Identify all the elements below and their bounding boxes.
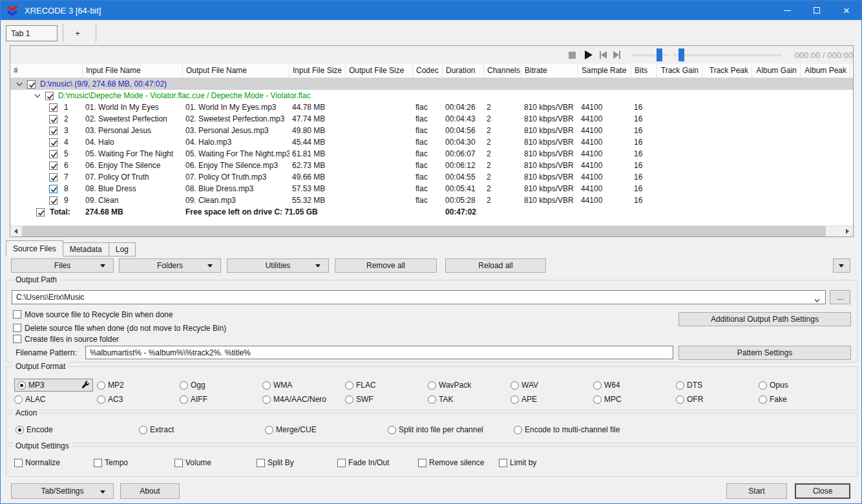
format-radio[interactable] xyxy=(180,381,188,390)
format-option-wavpack[interactable]: WavPack xyxy=(428,381,510,390)
toolbar-button-utilities[interactable]: Utilities xyxy=(227,258,329,273)
stop-button[interactable] xyxy=(567,48,578,61)
format-radio[interactable] xyxy=(759,395,767,404)
output-path-combobox[interactable]: C:\Users\Erix\Music xyxy=(12,290,826,304)
toolbar-button-remove-all[interactable]: Remove all xyxy=(335,258,437,273)
column-header-output-file-name[interactable]: Output File Name xyxy=(183,64,289,78)
column-header-bitrate[interactable]: Bitrate xyxy=(521,64,578,78)
view-tab-log[interactable]: Log xyxy=(109,242,136,257)
format-option-ac3[interactable]: AC3 xyxy=(97,395,180,404)
track-checkbox[interactable] xyxy=(49,127,58,135)
track-row[interactable]: 909. Clean09. Clean.mp355.32 MBflac00:05… xyxy=(10,194,853,206)
format-option-aiff[interactable]: AIFF xyxy=(180,395,262,404)
format-radio[interactable] xyxy=(262,381,271,390)
format-option-ofr[interactable]: OFR xyxy=(676,395,759,404)
format-option-mp2[interactable]: MP2 xyxy=(97,381,180,390)
column-header-channels[interactable]: Channels xyxy=(484,64,521,78)
column-header-codec[interactable]: Codec xyxy=(413,64,443,78)
minimize-button[interactable] xyxy=(772,1,802,20)
chevron-down-icon[interactable] xyxy=(16,80,23,88)
format-option-ape[interactable]: APE xyxy=(510,395,593,404)
action-option-extract[interactable]: Extract xyxy=(139,425,265,434)
toolbar-button-folders[interactable]: Folders xyxy=(119,258,221,273)
format-option-flac[interactable]: FLAC xyxy=(345,381,428,390)
start-button[interactable]: Start xyxy=(726,483,787,499)
setting-option-tempo[interactable]: Tempo xyxy=(94,458,174,467)
action-radio[interactable] xyxy=(388,426,396,434)
option-checkbox[interactable] xyxy=(13,310,21,319)
toolbar-button-files[interactable]: Files xyxy=(11,258,114,273)
scroll-right-button[interactable] xyxy=(842,226,853,236)
action-option-split-into-file-per-channel[interactable]: Split into file per channel xyxy=(388,425,514,434)
track-row[interactable]: 606. Enjoy The Silence06. Enjoy The Sile… xyxy=(10,160,853,171)
track-row[interactable]: 808. Blue Dress08. Blue Dress.mp357.53 M… xyxy=(10,183,853,194)
format-radio[interactable] xyxy=(345,381,353,390)
format-radio[interactable] xyxy=(262,395,271,404)
format-radio[interactable] xyxy=(345,395,353,404)
format-radio[interactable] xyxy=(676,395,684,404)
format-radio[interactable] xyxy=(14,395,23,404)
format-option-mp3[interactable]: MP3 xyxy=(14,379,97,392)
column-header-input-file-name[interactable]: Input File Name xyxy=(83,64,183,78)
column-header-sample-rate[interactable]: Sample Rate xyxy=(578,64,631,78)
about-button[interactable]: About xyxy=(120,483,180,499)
additional-output-path-settings-button[interactable]: Additional Output Path Settings xyxy=(678,312,851,326)
format-radio[interactable] xyxy=(510,395,519,404)
option-checkbox[interactable] xyxy=(13,324,21,332)
format-radio[interactable] xyxy=(17,381,26,390)
combo-chevron-icon[interactable] xyxy=(814,296,819,301)
volume-slider[interactable] xyxy=(633,48,668,61)
format-option-dts[interactable]: DTS xyxy=(676,381,759,390)
format-option-wma[interactable]: WMA xyxy=(262,381,345,390)
more-options-dropdown-button[interactable] xyxy=(833,258,850,273)
browse-output-path-button[interactable]: ... xyxy=(830,290,850,304)
track-row[interactable]: 707. Policy Of Truth07. Policy Of Truth.… xyxy=(10,171,853,183)
column-header--[interactable]: # xyxy=(10,64,83,78)
format-radio[interactable] xyxy=(593,395,602,404)
format-option-m4a-aac-nero[interactable]: M4A/AAC/Nero xyxy=(262,395,345,404)
setting-checkbox[interactable] xyxy=(337,459,346,467)
format-radio[interactable] xyxy=(428,381,436,390)
format-option-wav[interactable]: WAV xyxy=(510,381,593,390)
cue-checkbox[interactable] xyxy=(45,92,54,100)
format-option-ogg[interactable]: Ogg xyxy=(180,381,262,390)
seek-slider-handle[interactable] xyxy=(678,48,684,61)
maximize-button[interactable] xyxy=(802,1,832,20)
pattern-settings-button[interactable]: Pattern Settings xyxy=(678,346,851,360)
action-option-merge-cue[interactable]: Merge/CUE xyxy=(265,425,388,434)
column-header-track-gain[interactable]: Track Gain xyxy=(657,64,702,78)
total-checkbox[interactable] xyxy=(36,208,45,216)
seek-slider[interactable] xyxy=(673,48,781,61)
track-checkbox[interactable] xyxy=(49,115,58,123)
setting-checkbox[interactable] xyxy=(499,459,507,467)
format-option-alac[interactable]: ALAC xyxy=(14,395,97,404)
next-track-button[interactable] xyxy=(611,48,622,61)
action-radio[interactable] xyxy=(139,426,147,434)
view-tab-source-files[interactable]: Source Files xyxy=(6,240,63,257)
column-header-track-peak[interactable]: Track Peak xyxy=(702,64,752,78)
track-checkbox[interactable] xyxy=(49,196,58,205)
action-option-encode-to-multi-channel-file[interactable]: Encode to multi-channel file xyxy=(514,425,682,434)
format-radio[interactable] xyxy=(97,395,105,404)
track-checkbox[interactable] xyxy=(49,138,58,147)
horizontal-scrollbar[interactable] xyxy=(10,226,853,236)
track-checkbox[interactable] xyxy=(49,173,58,182)
setting-checkbox[interactable] xyxy=(174,459,183,467)
action-radio[interactable] xyxy=(514,426,522,434)
folder-row[interactable]: D:\music\ (9/9, 274.68 MB, 00:47:02) xyxy=(10,78,853,90)
setting-checkbox[interactable] xyxy=(94,459,102,467)
format-option-w64[interactable]: W64 xyxy=(593,381,676,390)
view-tab-metadata[interactable]: Metadata xyxy=(63,242,109,257)
close-window-button[interactable] xyxy=(832,1,861,20)
column-header-duration[interactable]: Duration xyxy=(443,64,484,78)
setting-checkbox[interactable] xyxy=(14,459,23,467)
chevron-down-icon[interactable] xyxy=(34,92,41,100)
format-option-fake[interactable]: Fake xyxy=(759,395,841,404)
column-header-output-file-size[interactable]: Output File Size xyxy=(346,64,413,78)
selected-format-box[interactable]: MP3 xyxy=(14,379,93,392)
track-checkbox[interactable] xyxy=(49,103,58,112)
track-row[interactable]: 303. Personal Jesus03. Personal Jesus.mp… xyxy=(10,125,853,136)
setting-option-remove-silence[interactable]: Remove silence xyxy=(418,458,499,467)
wrench-icon[interactable] xyxy=(81,380,90,391)
tab-settings-button[interactable]: Tab/Settings xyxy=(11,483,114,499)
